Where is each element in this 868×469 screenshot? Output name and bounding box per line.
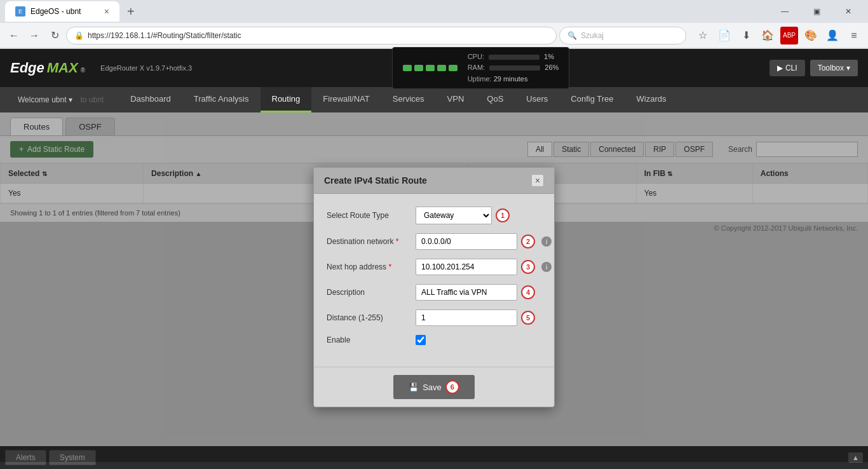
cli-icon: ▶ [777, 64, 783, 72]
extension-icon[interactable]: 👤 [824, 27, 841, 44]
enable-label: Enable [327, 336, 416, 344]
destination-label: Destination network * [327, 237, 416, 246]
minimize-button[interactable]: — [770, 0, 799, 23]
tab-firewall-nat[interactable]: Firewall/NAT [311, 87, 381, 112]
create-static-route-modal: Create IPv4 Static Route × Select Route … [313, 167, 555, 407]
router-model: EdgeRouter X v1.9.7+hotfix.3 [100, 64, 192, 72]
app-header: EdgeMAX® EdgeRouter X v1.9.7+hotfix.3 CP… [0, 49, 868, 87]
welcome-dropdown-icon: ▾ [69, 95, 72, 104]
tab-title: EdgeOS - ubnt [31, 7, 81, 16]
enable-checkbox[interactable] [416, 335, 426, 345]
address-bar[interactable]: 🔒 https://192.168.1.1/#Routing/Static/fi… [66, 27, 557, 44]
color-wheel-icon[interactable]: 🎨 [802, 27, 820, 44]
port-indicators [403, 65, 458, 71]
app-logo: EdgeMAX® [10, 60, 85, 76]
header-center: CPU: 1% RAM: 26% Uptime: 29 minutes [202, 47, 759, 90]
header-right: ▶ CLI Toolbox ▾ [770, 60, 858, 76]
browser-actions: ☆ 📄 ⬇ 🏠 ABP 🎨 👤 ≡ [694, 27, 863, 44]
reader-icon[interactable]: 📄 [715, 27, 733, 44]
enable-row: Enable [327, 335, 541, 345]
new-tab-button[interactable]: + [127, 4, 135, 19]
uptime-label: Uptime: [468, 75, 492, 83]
tab-services[interactable]: Services [381, 87, 436, 112]
browser-chrome: E EdgeOS - ubnt × + — ▣ ✕ ← → ↻ 🔒 https:… [0, 0, 868, 49]
distance-label: Distance (1-255) [327, 313, 416, 322]
toolbox-label: Toolbox [818, 64, 844, 72]
search-icon: 🔍 [567, 31, 577, 40]
destination-required: * [396, 237, 399, 246]
save-label: Save [423, 383, 442, 392]
description-row: Description 4 [327, 284, 541, 301]
status-stats: CPU: 1% RAM: 26% Uptime: 29 minutes [468, 51, 559, 85]
tab-vpn[interactable]: VPN [436, 87, 476, 112]
ram-value: 26% [545, 64, 559, 71]
modal-overlay: Create IPv4 Static Route × Select Route … [0, 112, 868, 462]
forward-button[interactable]: → [25, 27, 43, 44]
step-2: 2 [521, 234, 535, 248]
search-bar[interactable]: 🔍 Szukaj [559, 27, 686, 44]
toolbox-dropdown-icon: ▾ [846, 64, 850, 72]
description-input[interactable] [416, 284, 517, 301]
tab-wizards[interactable]: Wizards [625, 87, 678, 112]
browser-titlebar: E EdgeOS - ubnt × + — ▣ ✕ [0, 0, 868, 23]
logo-max: MAX [47, 60, 78, 76]
ram-label: RAM: [468, 64, 485, 71]
route-type-label: Select Route Type [327, 211, 416, 220]
browser-tab[interactable]: E EdgeOS - ubnt × [5, 1, 119, 22]
cpu-label: CPU: [468, 53, 484, 60]
ram-bar-wrap [489, 65, 540, 71]
cpu-value: 1% [544, 53, 554, 60]
menu-icon[interactable]: ≡ [845, 27, 863, 44]
welcome-button[interactable]: Welcome ubnt ▾ [10, 95, 80, 104]
back-button[interactable]: ← [5, 27, 23, 44]
tab-qos[interactable]: QoS [475, 87, 515, 112]
modal-body: Select Route Type Gateway Blackhole Unre… [314, 194, 554, 367]
destination-label-text: Destination network [327, 237, 393, 246]
toolbox-button[interactable]: Toolbox ▾ [810, 60, 858, 76]
step-6: 6 [445, 380, 459, 394]
tab-users[interactable]: Users [515, 87, 559, 112]
tab-routing[interactable]: Routing [261, 87, 312, 112]
next-hop-input[interactable] [416, 259, 517, 275]
next-hop-info-icon[interactable]: i [541, 262, 552, 272]
modal-close-button[interactable]: × [531, 174, 544, 187]
destination-input[interactable] [416, 233, 517, 250]
cli-button[interactable]: ▶ CLI [770, 60, 805, 76]
cpu-bar-wrap [489, 55, 539, 60]
step-5: 5 [521, 311, 535, 325]
destination-info-icon[interactable]: i [541, 236, 552, 247]
description-label: Description [327, 288, 416, 297]
next-hop-required: * [388, 262, 391, 271]
abp-icon[interactable]: ABP [780, 27, 798, 44]
port-3 [426, 65, 435, 71]
tab-dashboard[interactable]: Dashboard [119, 87, 182, 112]
tab-close-button[interactable]: × [104, 6, 109, 17]
description-control: 4 [416, 284, 541, 301]
tab-traffic-analysis[interactable]: Traffic Analysis [182, 87, 261, 112]
uptime-value: 29 minutes [494, 75, 528, 83]
enable-checkbox-wrap [416, 335, 426, 345]
destination-control: 2 i [416, 233, 552, 250]
save-icon: 💾 [409, 383, 419, 392]
star-icon[interactable]: ☆ [694, 27, 712, 44]
search-placeholder: Szukaj [581, 31, 604, 40]
home-icon[interactable]: 🏠 [759, 27, 776, 44]
route-type-row: Select Route Type Gateway Blackhole Unre… [327, 207, 541, 224]
close-button[interactable]: ✕ [834, 0, 863, 23]
download-icon[interactable]: ⬇ [737, 27, 755, 44]
maximize-button[interactable]: ▣ [802, 0, 831, 23]
next-hop-label-text: Next hop address [327, 262, 386, 271]
distance-input[interactable] [416, 309, 517, 326]
refresh-button[interactable]: ↻ [46, 27, 64, 44]
route-type-select[interactable]: Gateway Blackhole Unreachable [416, 207, 492, 224]
tab-config-tree[interactable]: Config Tree [559, 87, 625, 112]
content-area: Routes OSPF + Add Static Route All Stati… [0, 112, 868, 462]
logo-edge: Edge [10, 60, 44, 76]
modal-footer: 💾 Save 6 [314, 367, 554, 407]
logo-tm: ® [81, 67, 85, 74]
port-5 [449, 65, 458, 71]
distance-control: 5 [416, 309, 541, 326]
step-3: 3 [521, 260, 535, 274]
save-button[interactable]: 💾 Save 6 [393, 375, 475, 399]
cli-label: CLI [785, 64, 797, 72]
